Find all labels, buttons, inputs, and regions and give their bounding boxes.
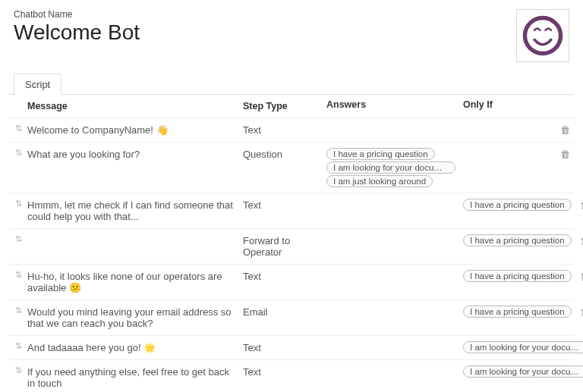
tab-script[interactable]: Script	[14, 74, 61, 95]
col-header-answers: Answers	[323, 95, 460, 114]
cell-answers[interactable]	[323, 118, 460, 127]
cell-only-if[interactable]: I have a pricing question	[460, 193, 576, 216]
cell-step-type[interactable]: Text	[240, 193, 323, 217]
cell-answers[interactable]	[323, 336, 460, 345]
cell-step-type[interactable]: Text	[240, 360, 323, 384]
table-row[interactable]: ⇅And tadaaaa here you go! 🌟TextI am look…	[9, 336, 574, 360]
drag-handle-icon[interactable]: ⇅	[15, 366, 20, 375]
cell-step-type[interactable]: Text	[240, 336, 323, 359]
only-if-chip[interactable]: I have a pricing question	[463, 234, 572, 246]
cell-message[interactable]: Hmmm, let me check if I can find someone…	[26, 193, 240, 228]
trash-icon[interactable]: 🗑	[560, 149, 570, 160]
cell-step-type[interactable]: Text	[240, 118, 323, 142]
svg-point-0	[525, 17, 560, 53]
cell-only-if[interactable]: I am looking for your documentati...	[460, 360, 583, 383]
cell-only-if[interactable]: I have a pricing question	[460, 265, 576, 287]
cell-only-if[interactable]: I am looking for your documentati...	[460, 336, 583, 359]
cell-message[interactable]: Welcome to CompanyName! 👋	[26, 118, 240, 142]
drag-handle-icon[interactable]: ⇅	[15, 342, 20, 350]
table-row[interactable]: ⇅Would you mind leaving your email addre…	[9, 300, 574, 336]
trash-icon[interactable]: 🗑	[580, 235, 583, 246]
cell-step-type[interactable]: Text	[240, 265, 323, 288]
cell-step-type[interactable]: Email	[240, 300, 323, 324]
cell-only-if[interactable]	[460, 143, 556, 152]
grid-header: Message Step Type Answers Only If	[9, 95, 574, 118]
drag-handle-icon[interactable]: ⇅	[15, 199, 20, 208]
only-if-chip[interactable]: I am looking for your documentati...	[463, 341, 583, 353]
chatbot-name-value[interactable]: Welcome Bot	[14, 21, 516, 45]
cell-only-if[interactable]: I have a pricing question	[460, 300, 576, 323]
smiley-icon	[521, 14, 565, 58]
only-if-chip[interactable]: I am looking for your documentati...	[463, 365, 583, 378]
cell-answers[interactable]: I have a pricing questionI am looking fo…	[323, 143, 460, 193]
only-if-chip[interactable]: I have a pricing question	[463, 270, 572, 282]
cell-answers[interactable]	[323, 265, 460, 274]
only-if-chip[interactable]: I have a pricing question	[463, 199, 572, 211]
cell-message[interactable]: Hu-ho, it looks like none of our operato…	[26, 265, 240, 299]
answer-chip[interactable]: I am just looking around	[326, 175, 433, 187]
trash-icon[interactable]: 🗑	[580, 199, 583, 211]
cell-message[interactable]	[26, 229, 240, 241]
tabs: Script	[9, 73, 574, 94]
form-header: Chatbot Name Welcome Bot	[9, 6, 574, 73]
cell-only-if[interactable]: I have a pricing question	[460, 229, 576, 252]
col-header-only-if: Only If	[460, 95, 556, 114]
answer-chip[interactable]: I am looking for your documentati...	[326, 162, 455, 174]
cell-answers[interactable]	[323, 229, 460, 238]
cell-message[interactable]: And tadaaaa here you go! 🌟	[26, 336, 240, 359]
only-if-chip[interactable]: I have a pricing question	[463, 306, 572, 318]
chatbot-name-label: Chatbot Name	[14, 9, 516, 20]
col-header-message: Message	[26, 95, 240, 118]
cell-answers[interactable]	[323, 300, 460, 309]
drag-handle-icon[interactable]: ⇅	[15, 124, 20, 133]
avatar[interactable]	[516, 9, 569, 62]
table-row[interactable]: ⇅If you need anything else, feel free to…	[9, 360, 574, 392]
trash-icon[interactable]: 🗑	[580, 306, 583, 318]
cell-message[interactable]: If you need anything else, feel free to …	[26, 360, 240, 392]
drag-handle-icon[interactable]: ⇅	[15, 149, 20, 157]
cell-step-type[interactable]: Question	[240, 143, 323, 166]
trash-icon[interactable]: 🗑	[560, 124, 570, 136]
drag-handle-icon[interactable]: ⇅	[15, 306, 20, 315]
cell-message[interactable]: Would you mind leaving your email addres…	[26, 300, 240, 335]
table-row[interactable]: ⇅Forward to OperatorI have a pricing que…	[9, 229, 574, 265]
cell-step-type[interactable]: Forward to Operator	[240, 229, 323, 264]
table-row[interactable]: ⇅Welcome to CompanyName! 👋Text🗑	[9, 118, 574, 143]
table-row[interactable]: ⇅Hu-ho, it looks like none of our operat…	[9, 265, 574, 300]
trash-icon[interactable]: 🗑	[580, 271, 583, 282]
answer-chip[interactable]: I have a pricing question	[326, 148, 435, 160]
table-row[interactable]: ⇅What are you looking for?QuestionI have…	[9, 143, 574, 193]
cell-only-if[interactable]	[460, 118, 556, 127]
col-header-step-type: Step Type	[240, 95, 323, 118]
cell-answers[interactable]	[323, 360, 460, 369]
script-grid: Message Step Type Answers Only If ⇅Welco…	[9, 94, 574, 392]
table-row[interactable]: ⇅Hmmm, let me check if I can find someon…	[9, 193, 574, 229]
cell-message[interactable]: What are you looking for?	[26, 143, 240, 166]
drag-handle-icon[interactable]: ⇅	[15, 271, 20, 279]
cell-answers[interactable]	[323, 193, 460, 202]
drag-handle-icon[interactable]: ⇅	[15, 235, 20, 243]
